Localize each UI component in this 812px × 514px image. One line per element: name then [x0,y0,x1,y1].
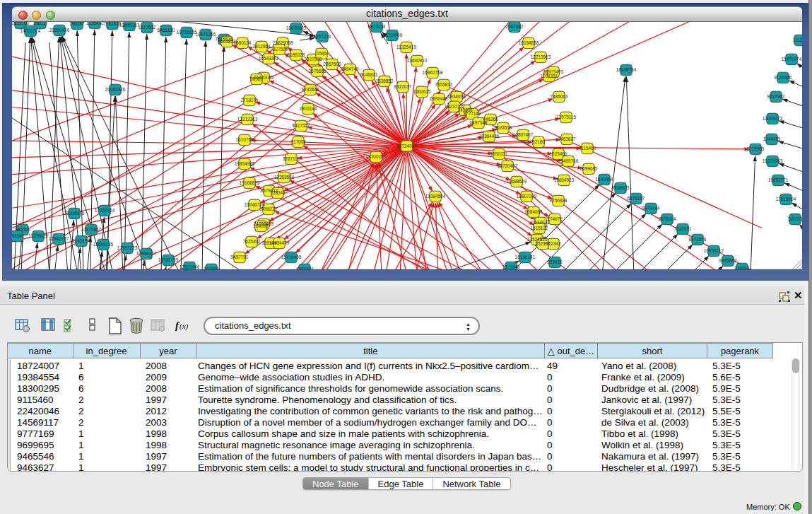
svg-text:16033809: 16033809 [286,25,307,30]
svg-text:11156829: 11156829 [28,233,48,238]
svg-text:7485063: 7485063 [551,94,568,99]
svg-text:11973493: 11973493 [543,69,563,74]
svg-text:8215955: 8215955 [747,146,765,151]
svg-text:1244419: 1244419 [763,136,781,141]
svg-text:9084067: 9084067 [525,209,543,214]
svg-text:15716485: 15716485 [281,255,302,259]
svg-text:17359924: 17359924 [95,208,115,213]
svg-text:1610755: 1610755 [236,137,254,142]
svg-text:19654923: 19654923 [554,177,575,182]
svg-text:252307: 252307 [535,241,551,246]
svg-text:8454749: 8454749 [341,66,359,71]
svg-text:1145194: 1145194 [73,238,90,243]
svg-text:3912954: 3912954 [253,44,271,49]
svg-text:12942757: 12942757 [49,236,69,241]
svg-text:8471676: 8471676 [689,237,707,242]
svg-text:10654112: 10654112 [704,248,724,253]
svg-text:10914479: 10914479 [269,240,290,245]
svg-text:9756928: 9756928 [550,198,567,203]
svg-text:19854985: 19854985 [235,161,255,166]
svg-text:23226058: 23226058 [273,40,293,45]
svg-text:19218506: 19218506 [382,33,403,37]
svg-text:16782759: 16782759 [158,257,179,262]
svg-text:9146821: 9146821 [360,72,378,77]
svg-text:1362615: 1362615 [413,89,431,94]
svg-text:18807249: 18807249 [517,194,537,199]
svg-text:18300295: 18300295 [366,154,387,159]
svg-text:9129966: 9129966 [775,75,792,80]
svg-text:8938923: 8938923 [612,185,630,190]
svg-text:9227342: 9227342 [767,94,785,99]
svg-text:196017: 196017 [33,22,48,25]
svg-text:20053346: 20053346 [105,87,126,92]
svg-text:9474444: 9474444 [642,206,660,211]
svg-text:20206576: 20206576 [64,211,85,216]
svg-text:18724007: 18724007 [396,144,417,148]
svg-text:10719155: 10719155 [177,30,197,35]
svg-text:1546: 1546 [317,51,327,56]
svg-text:1612023: 1612023 [532,220,550,225]
svg-text:1092351: 1092351 [541,74,558,78]
svg-text:1615132: 1615132 [531,226,548,230]
svg-text:985061: 985061 [15,227,30,232]
svg-text:14055724: 14055724 [20,28,41,33]
svg-text:10655287: 10655287 [119,23,140,28]
svg-text:1538852: 1538852 [376,78,394,83]
svg-text:12505135: 12505135 [93,242,114,247]
svg-text:12975115: 12975115 [556,115,576,119]
svg-text:12923446: 12923446 [180,264,200,269]
svg-text:1640954: 1640954 [596,177,613,182]
svg-text:7357224: 7357224 [314,34,331,39]
svg-text:164093: 164093 [253,223,269,228]
svg-text:933426: 933426 [547,259,563,264]
svg-text:17016504: 17016504 [776,197,796,201]
svg-text:9115460: 9115460 [579,146,596,151]
svg-text:1292344: 1292344 [296,267,314,270]
svg-text:190357: 190357 [69,22,85,26]
svg-text:9699695: 9699695 [580,166,598,171]
svg-text:13975867: 13975867 [81,227,102,232]
svg-text:902450: 902450 [204,267,219,270]
svg-text:7625402: 7625402 [243,239,261,244]
svg-text:924504: 924504 [734,266,750,270]
svg-text:3675685: 3675685 [309,69,326,74]
svg-text:1371648: 1371648 [502,264,520,269]
svg-text:20691406: 20691406 [49,28,70,33]
svg-text:10807467: 10807467 [513,132,534,137]
svg-text:3624514: 3624514 [495,125,512,130]
svg-text:128343: 128343 [270,190,286,195]
svg-text:20364436: 20364436 [479,134,500,139]
svg-text:19692971: 19692971 [768,177,789,182]
svg-text:1416410: 1416410 [86,22,104,25]
svg-text:12093873: 12093873 [763,116,783,121]
svg-text:6934078: 6934078 [448,94,466,99]
svg-text:2867608: 2867608 [324,62,341,66]
svg-text:15751074: 15751074 [782,57,802,62]
svg-text:6497548: 6497548 [470,120,488,125]
svg-text:62160: 62160 [532,139,545,144]
svg-text:391541: 391541 [12,233,25,238]
svg-text:12213363: 12213363 [237,117,258,122]
svg-text:10688609: 10688609 [507,179,527,184]
svg-text:9327508: 9327508 [305,57,322,62]
svg-text:8813054: 8813054 [368,24,386,29]
svg-text:116753: 116753 [788,216,802,221]
svg-text:9327509: 9327509 [271,47,288,52]
svg-text:1990331: 1990331 [490,151,508,156]
svg-text:6466160: 6466160 [158,28,175,33]
svg-text:(x): (x) [180,322,189,331]
svg-text:817008: 817008 [290,139,306,144]
svg-text:15720407: 15720407 [498,163,518,168]
svg-text:9242848: 9242848 [302,87,319,92]
svg-text:1829180: 1829180 [12,22,30,25]
svg-text:11325419: 11325419 [396,45,416,49]
svg-text:12353594: 12353594 [274,175,295,180]
svg-text:98961: 98961 [250,76,263,81]
svg-text:16210643: 16210643 [763,158,783,163]
svg-text:1498222: 1498222 [260,206,278,211]
svg-text:9777169: 9777169 [464,111,481,116]
svg-text:16543392: 16543392 [259,56,279,61]
svg-text:8427552: 8427552 [293,123,310,128]
svg-text:17957223: 17957223 [117,245,138,250]
svg-text:16961758: 16961758 [423,70,443,75]
